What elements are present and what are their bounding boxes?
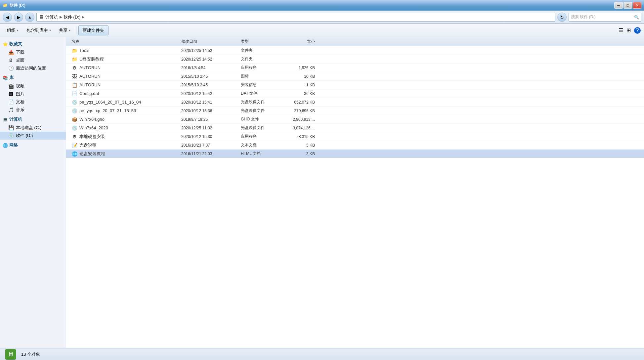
file-list: 📁 Tools 2020/12/25 14:52 文件夹 📁 U盘安装教程 20… xyxy=(66,46,644,348)
table-row[interactable]: 💿 pe_yqs_xp_20_07_31_15_53 2020/10/12 15… xyxy=(66,107,644,115)
col-header-date[interactable]: 修改日期 xyxy=(181,39,241,44)
file-date: 2020/12/25 14:52 xyxy=(181,48,241,53)
add-to-library-button[interactable]: 包含到库中 ▾ xyxy=(23,25,55,35)
table-row[interactable]: 📁 Tools 2020/12/25 14:52 文件夹 xyxy=(66,46,644,55)
table-row[interactable]: 📋 AUTORUN 2015/5/10 2:45 安装信息 1 KB xyxy=(66,81,644,89)
breadcrumb[interactable]: 🖥 计算机 ▶ 软件 (D:) ▶ xyxy=(36,13,555,22)
file-name: pe_yqs_xp_20_07_31_15_53 xyxy=(79,108,136,113)
file-name: 本地硬盘安装 xyxy=(79,134,105,140)
file-name: U盘安装教程 xyxy=(79,56,104,62)
table-row[interactable]: ⚙ AUTORUN 2016/1/8 4:54 应用程序 1,926 KB xyxy=(66,64,644,72)
share-button[interactable]: 共享 ▾ xyxy=(55,25,74,35)
add-to-library-arrow: ▾ xyxy=(49,28,51,32)
file-name: AUTORUN xyxy=(79,82,101,87)
table-row[interactable]: 📝 光盘说明 2016/10/23 7:07 文本文档 5 KB xyxy=(66,141,644,150)
file-size: 28,315 KB xyxy=(280,134,320,139)
drive-d-label: 软件 (D:) xyxy=(16,133,33,139)
file-date: 2020/12/25 11:32 xyxy=(181,126,241,130)
file-type: 光盘映像文件 xyxy=(241,108,280,113)
title-bar-controls: ─ □ ✕ xyxy=(614,2,641,9)
table-row[interactable]: 📦 Win7x64.gho 2019/9/7 19:25 GHO 文件 2,90… xyxy=(66,115,644,124)
file-type: GHO 文件 xyxy=(241,116,280,122)
file-size: 3,874,126 ... xyxy=(280,126,320,130)
breadcrumb-drive[interactable]: 软件 (D:) xyxy=(64,14,80,20)
breadcrumb-arrow-2: ▶ xyxy=(82,15,84,19)
file-name: Win7x64.gho xyxy=(79,117,105,122)
forward-button[interactable]: ▶ xyxy=(14,13,23,22)
table-row[interactable]: 🌐 硬盘安装教程 2016/11/21 22:03 HTML 文档 3 KB xyxy=(66,150,644,158)
file-type: 光盘映像文件 xyxy=(241,99,280,105)
window-icon: 📁 xyxy=(3,3,8,8)
table-row[interactable]: 🖼 AUTORUN 2015/5/10 2:45 图标 10 KB xyxy=(66,72,644,81)
search-icon[interactable]: 🔍 xyxy=(634,15,639,20)
sidebar-item-music[interactable]: 🎵 音乐 xyxy=(0,106,66,114)
help-icon[interactable]: ? xyxy=(634,27,641,34)
organize-button[interactable]: 组织 ▾ xyxy=(3,25,22,35)
sidebar-item-downloads[interactable]: 📥 下载 xyxy=(0,48,66,56)
sidebar-network-header[interactable]: 🌐 网络 xyxy=(0,141,66,150)
downloads-label: 下载 xyxy=(16,49,24,55)
file-size: 36 KB xyxy=(280,91,320,96)
recent-icon: 🕐 xyxy=(8,65,14,71)
organize-label: 组织 xyxy=(7,27,16,33)
col-header-name[interactable]: 名称 xyxy=(69,39,181,44)
local-c-label: 本地磁盘 (C:) xyxy=(16,125,41,131)
file-icon: 📋 xyxy=(71,82,77,88)
sidebar-favorites-header[interactable]: ⭐ 收藏夹 xyxy=(0,40,66,48)
file-icon: 💿 xyxy=(71,99,77,105)
view-options-icon[interactable]: ☰ xyxy=(619,27,623,33)
table-row[interactable]: 📄 Config.dat 2020/10/12 15:42 DAT 文件 36 … xyxy=(66,89,644,98)
sidebar-item-pictures[interactable]: 🖼 图片 xyxy=(0,90,66,98)
toolbar-separator xyxy=(76,26,76,34)
file-date: 2020/10/12 15:42 xyxy=(181,91,241,96)
window-title: 软件 (D:) xyxy=(10,3,25,8)
drive-d-icon: 💿 xyxy=(8,133,14,139)
table-row[interactable]: ⚙ 本地硬盘安装 2020/10/12 15:30 应用程序 28,315 KB xyxy=(66,132,644,141)
new-folder-button[interactable]: 新建文件夹 xyxy=(78,25,108,35)
file-icon: 📁 xyxy=(71,56,77,62)
sidebar-section-computer: 💻 计算机 💾 本地磁盘 (C:) 💿 软件 (D:) xyxy=(0,115,66,140)
file-date: 2020/10/12 15:36 xyxy=(181,109,241,113)
close-button[interactable]: ✕ xyxy=(633,2,641,9)
local-c-icon: 💾 xyxy=(8,125,14,131)
back-button[interactable]: ◀ xyxy=(3,13,12,22)
file-area: 名称 修改日期 类型 大小 📁 Tools 2020/12/25 14:52 文… xyxy=(66,37,644,348)
file-size: 5 KB xyxy=(280,143,320,148)
maximize-button[interactable]: □ xyxy=(623,2,632,9)
sidebar-item-desktop[interactable]: 🖥 桌面 xyxy=(0,56,66,64)
file-size: 3 KB xyxy=(280,152,320,156)
sidebar-item-local-c[interactable]: 💾 本地磁盘 (C:) xyxy=(0,124,66,132)
col-header-size[interactable]: 大小 xyxy=(280,39,320,44)
computer-icon: 💻 xyxy=(3,117,8,122)
minimize-button[interactable]: ─ xyxy=(614,2,623,9)
breadcrumb-computer[interactable]: 计算机 xyxy=(45,14,58,20)
share-label: 共享 xyxy=(59,27,67,33)
file-name: 硬盘安装教程 xyxy=(79,151,105,157)
refresh-button[interactable]: ↻ xyxy=(557,13,567,22)
table-row[interactable]: 📁 U盘安装教程 2020/12/25 14:52 文件夹 xyxy=(66,55,644,64)
sidebar-item-documents[interactable]: 📄 文档 xyxy=(0,98,66,106)
table-row[interactable]: 💿 pe_yqs_1064_20_07_31_16_04 2020/10/12 … xyxy=(66,98,644,107)
sidebar-section-network: 🌐 网络 xyxy=(0,141,66,150)
file-icon: 📝 xyxy=(71,142,77,148)
col-header-type[interactable]: 类型 xyxy=(241,39,280,44)
file-date: 2020/12/25 14:52 xyxy=(181,57,241,62)
search-box[interactable]: 搜索 软件 (D:) 🔍 xyxy=(569,13,641,22)
pane-icon[interactable]: ⊞ xyxy=(626,27,631,33)
file-icon: 💿 xyxy=(71,108,77,114)
file-size: 279,696 KB xyxy=(280,109,320,113)
music-label: 音乐 xyxy=(16,107,24,113)
sidebar-library-header[interactable]: 📚 库 xyxy=(0,73,66,82)
sidebar-item-recent[interactable]: 🕐 最近访问的位置 xyxy=(0,64,66,72)
breadcrumb-icon: 🖥 xyxy=(39,14,44,20)
up-button[interactable]: ▲ xyxy=(25,13,34,22)
file-type: HTML 文档 xyxy=(241,151,280,157)
computer-label: 计算机 xyxy=(9,116,22,122)
sidebar-item-drive-d[interactable]: 💿 软件 (D:) xyxy=(0,132,66,140)
table-row[interactable]: 💿 Win7x64_2020 2020/12/25 11:32 光盘映像文件 3… xyxy=(66,124,644,132)
status-bar: 🖥 13 个对象 xyxy=(0,348,644,360)
file-date: 2020/10/12 15:41 xyxy=(181,100,241,105)
sidebar-item-video[interactable]: 🎬 视频 xyxy=(0,82,66,90)
file-date: 2019/9/7 19:25 xyxy=(181,117,241,122)
sidebar-computer-header[interactable]: 💻 计算机 xyxy=(0,115,66,124)
